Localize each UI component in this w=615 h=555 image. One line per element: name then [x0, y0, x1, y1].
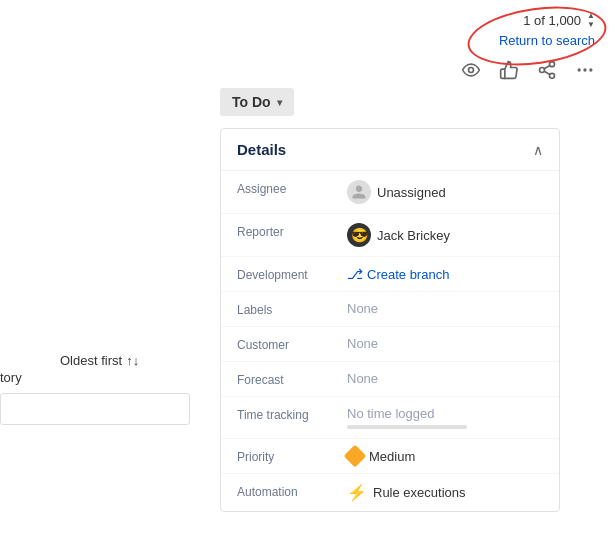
svg-point-3 — [550, 73, 555, 78]
reporter-avatar: 😎 — [347, 223, 371, 247]
priority-diamond-icon — [344, 445, 367, 468]
collapse-icon[interactable]: ∧ — [533, 142, 543, 158]
labels-text: None — [347, 301, 378, 316]
details-header: Details ∧ — [221, 129, 559, 171]
customer-label: Customer — [237, 336, 347, 352]
priority-value[interactable]: Medium — [347, 448, 543, 464]
details-title: Details — [237, 141, 286, 158]
time-tracking-label: Time tracking — [237, 406, 347, 422]
customer-row: Customer None — [221, 327, 559, 362]
forecast-text: None — [347, 371, 378, 386]
sort-label: Oldest first — [60, 353, 122, 368]
lightning-icon: ⚡ — [347, 483, 367, 502]
svg-point-6 — [578, 68, 581, 71]
pagination-text: 1 of 1,000 — [523, 13, 581, 28]
forecast-row: Forecast None — [221, 362, 559, 397]
top-bar: 1 of 1,000 ▲ ▼ Return to search — [0, 0, 615, 56]
action-icons-row — [0, 56, 615, 88]
priority-row: Priority Medium — [221, 439, 559, 474]
svg-point-8 — [589, 68, 592, 71]
automation-text: Rule executions — [373, 485, 466, 500]
reporter-text: Jack Brickey — [377, 228, 450, 243]
customer-value[interactable]: None — [347, 336, 543, 351]
pagination-up-arrow[interactable]: ▲ — [587, 12, 595, 20]
priority-text: Medium — [369, 449, 415, 464]
status-chevron: ▾ — [277, 97, 282, 108]
svg-point-1 — [550, 62, 555, 67]
time-logged-text: No time logged — [347, 406, 434, 421]
status-button[interactable]: To Do ▾ — [220, 88, 294, 116]
time-tracking-container: No time logged — [347, 406, 543, 429]
thumbs-up-icon[interactable] — [499, 60, 519, 80]
forecast-value[interactable]: None — [347, 371, 543, 386]
assignee-value[interactable]: Unassigned — [347, 180, 543, 204]
assignee-text: Unassigned — [377, 185, 446, 200]
left-panel: tory Oldest first ↑↓ — [0, 88, 220, 528]
return-to-search-link[interactable]: Return to search — [499, 33, 595, 48]
svg-line-4 — [544, 71, 550, 74]
development-value: ⎇ Create branch — [347, 266, 543, 282]
assignee-row: Assignee Unassigned — [221, 171, 559, 214]
labels-row: Labels None — [221, 292, 559, 327]
create-branch-text: Create branch — [367, 267, 449, 282]
reporter-row: Reporter 😎 Jack Brickey — [221, 214, 559, 257]
more-options-icon[interactable] — [575, 60, 595, 80]
time-tracking-row: Time tracking No time logged — [221, 397, 559, 439]
automation-value[interactable]: ⚡ Rule executions — [347, 483, 543, 502]
sort-button[interactable]: Oldest first ↑↓ — [60, 353, 139, 368]
development-label: Development — [237, 266, 347, 282]
time-tracking-value[interactable]: No time logged — [347, 406, 543, 429]
svg-point-2 — [540, 68, 545, 73]
pagination-down-arrow[interactable]: ▼ — [587, 21, 595, 29]
watch-icon[interactable] — [461, 60, 481, 80]
svg-point-0 — [469, 68, 474, 73]
labels-label: Labels — [237, 301, 347, 317]
labels-value[interactable]: None — [347, 301, 543, 316]
history-label: tory — [0, 370, 22, 385]
customer-text: None — [347, 336, 378, 351]
sort-icon: ↑↓ — [126, 353, 139, 368]
right-panel: To Do ▾ Details ∧ Assignee Unassigned — [220, 88, 615, 528]
automation-row: Automation ⚡ Rule executions — [221, 474, 559, 511]
search-input[interactable] — [0, 393, 190, 425]
pagination-arrows[interactable]: ▲ ▼ — [587, 12, 595, 29]
time-track-bar — [347, 425, 467, 429]
automation-label: Automation — [237, 483, 347, 499]
status-label: To Do — [232, 94, 271, 110]
forecast-label: Forecast — [237, 371, 347, 387]
share-icon[interactable] — [537, 60, 557, 80]
svg-line-5 — [544, 65, 550, 68]
create-branch-link[interactable]: ⎇ Create branch — [347, 266, 449, 282]
reporter-label: Reporter — [237, 223, 347, 239]
reporter-value[interactable]: 😎 Jack Brickey — [347, 223, 543, 247]
priority-label: Priority — [237, 448, 347, 464]
assignee-label: Assignee — [237, 180, 347, 196]
development-row: Development ⎇ Create branch — [221, 257, 559, 292]
branch-icon: ⎇ — [347, 266, 363, 282]
pagination-row: 1 of 1,000 ▲ ▼ — [523, 12, 595, 29]
assignee-avatar — [347, 180, 371, 204]
main-content: tory Oldest first ↑↓ To Do ▾ Details ∧ A… — [0, 88, 615, 528]
details-card: Details ∧ Assignee Unassigned Reporter — [220, 128, 560, 512]
svg-point-7 — [583, 68, 586, 71]
